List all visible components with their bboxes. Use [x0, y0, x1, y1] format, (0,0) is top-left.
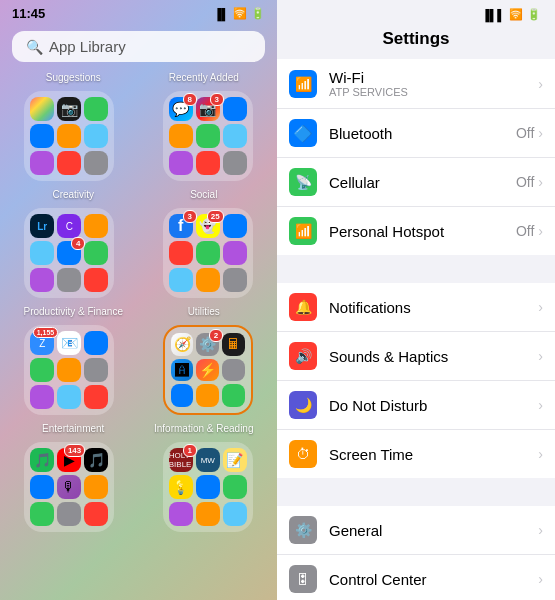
recent-app2[interactable]: [169, 124, 193, 148]
screentime-item[interactable]: ⏱ Screen Time ›: [277, 430, 555, 478]
messenger-icon[interactable]: 💬 8: [169, 97, 193, 121]
time-display: 11:45: [12, 6, 45, 21]
app2-icon[interactable]: [30, 124, 54, 148]
util-app1[interactable]: [222, 359, 245, 382]
general-label: General: [329, 522, 538, 539]
social-app3[interactable]: [196, 241, 220, 265]
info-reading-folder[interactable]: HOLY BIBLE 1 MW 📝 💡: [150, 442, 265, 532]
creative-app4[interactable]: [84, 241, 108, 265]
info-app3[interactable]: [169, 502, 193, 526]
camera-icon[interactable]: 📷: [57, 97, 81, 121]
ent-app3[interactable]: [30, 502, 54, 526]
wifi-item[interactable]: 📶 Wi-Fi ATP SERVICES ›: [277, 59, 555, 109]
utilities-grid: 🧭 ⚙️ 2 🖩 🅰 ⚡: [163, 325, 253, 415]
creative-app7[interactable]: [84, 268, 108, 292]
social-app2[interactable]: [169, 241, 193, 265]
instagram-icon[interactable]: 📷 3: [196, 97, 220, 121]
cellular-item[interactable]: 📡 Cellular Off ›: [277, 158, 555, 207]
creative-app3[interactable]: 4: [57, 241, 81, 265]
productivity-folder[interactable]: Z 1,155 📧: [12, 325, 127, 415]
youtube-icon[interactable]: ▶ 143: [57, 448, 81, 472]
battery-icon: 🔋: [251, 7, 265, 20]
recent-app5[interactable]: [169, 151, 193, 175]
creative-app2[interactable]: [30, 241, 54, 265]
prod-app4[interactable]: [84, 358, 108, 382]
settings-app-icon[interactable]: ⚙️ 2: [196, 333, 219, 356]
control-center-item[interactable]: 🎛 Control Center ›: [277, 555, 555, 600]
recent-app4[interactable]: [223, 124, 247, 148]
social-app5[interactable]: [169, 268, 193, 292]
social-app6[interactable]: [196, 268, 220, 292]
ent-app1[interactable]: [30, 475, 54, 499]
social-app4[interactable]: [223, 241, 247, 265]
recently-added-label: Recently Added: [146, 72, 261, 83]
canva-icon[interactable]: C: [57, 214, 81, 238]
app3-icon[interactable]: [57, 124, 81, 148]
app7-icon[interactable]: [84, 151, 108, 175]
creative-app6[interactable]: [57, 268, 81, 292]
spotify-icon[interactable]: 🎵: [30, 448, 54, 472]
info-app5[interactable]: [223, 502, 247, 526]
notifications-item[interactable]: 🔔 Notifications ›: [277, 283, 555, 332]
recent-app7[interactable]: [223, 151, 247, 175]
prod-app7[interactable]: [84, 385, 108, 409]
creative-app1[interactable]: [84, 214, 108, 238]
ent-app2[interactable]: [84, 475, 108, 499]
recent-app6[interactable]: [196, 151, 220, 175]
util-app3[interactable]: [196, 384, 219, 407]
general-item[interactable]: ⚙️ General ›: [277, 506, 555, 555]
lightroom-icon[interactable]: Lr: [30, 214, 54, 238]
info-app4[interactable]: [196, 502, 220, 526]
podcasts-icon[interactable]: 🎙: [57, 475, 81, 499]
shortcuts-icon[interactable]: ⚡: [196, 359, 219, 382]
social-folder[interactable]: f 3 👻 25: [150, 208, 265, 298]
creativity-folder[interactable]: Lr C 4: [12, 208, 127, 298]
sounds-item[interactable]: 🔊 Sounds & Haptics ›: [277, 332, 555, 381]
bible-icon[interactable]: HOLY BIBLE 1: [169, 448, 193, 472]
suggestions-folder[interactable]: 📷: [12, 91, 127, 181]
notes-icon[interactable]: 📝: [223, 448, 247, 472]
recent-app1[interactable]: [223, 97, 247, 121]
prod-app2[interactable]: [30, 358, 54, 382]
info-app1[interactable]: [196, 475, 220, 499]
snapchat-icon[interactable]: 👻 25: [196, 214, 220, 238]
app6-icon[interactable]: [57, 151, 81, 175]
creative-app5[interactable]: [30, 268, 54, 292]
entertainment-folder[interactable]: 🎵 ▶ 143 🎵 🎙: [12, 442, 127, 532]
utilities-folder[interactable]: 🧭 ⚙️ 2 🖩 🅰 ⚡: [150, 325, 265, 415]
social-app1[interactable]: [223, 214, 247, 238]
ent-app4[interactable]: [57, 502, 81, 526]
notifications-chevron: ›: [538, 299, 543, 315]
util-app2[interactable]: [171, 384, 194, 407]
merriam-icon[interactable]: MW: [196, 448, 220, 472]
creative-badge: 4: [71, 237, 85, 250]
app-library-search[interactable]: 🔍 App Library: [12, 31, 265, 62]
app1-icon[interactable]: [84, 97, 108, 121]
facebook-icon[interactable]: f 3: [169, 214, 193, 238]
util-app4[interactable]: [222, 384, 245, 407]
social-app7[interactable]: [223, 268, 247, 292]
network-section: 📶 Wi-Fi ATP SERVICES › 🔷 Bluetooth Off ›…: [277, 59, 555, 255]
hotspot-item[interactable]: 📶 Personal Hotspot Off ›: [277, 207, 555, 255]
dnd-item[interactable]: 🌙 Do Not Disturb ›: [277, 381, 555, 430]
recent-app3[interactable]: [196, 124, 220, 148]
prod-app5[interactable]: [30, 385, 54, 409]
tiktok-icon[interactable]: 🎵: [84, 448, 108, 472]
zoom-icon[interactable]: Z 1,155: [30, 331, 54, 355]
lamp-icon[interactable]: 💡: [169, 475, 193, 499]
bluetooth-item[interactable]: 🔷 Bluetooth Off ›: [277, 109, 555, 158]
prod-app3[interactable]: [57, 358, 81, 382]
photos-icon[interactable]: [30, 97, 54, 121]
app5-icon[interactable]: [30, 151, 54, 175]
prod-app1[interactable]: [84, 331, 108, 355]
ent-app5[interactable]: [84, 502, 108, 526]
left-status-bar: 11:45 ▐▌ 🛜 🔋: [0, 0, 277, 25]
gmail-icon[interactable]: 📧: [57, 331, 81, 355]
prod-app6[interactable]: [57, 385, 81, 409]
safari-icon[interactable]: 🧭: [171, 333, 194, 356]
calculator-icon[interactable]: 🖩: [222, 333, 245, 356]
recently-added-folder[interactable]: 💬 8 📷 3: [150, 91, 265, 181]
app4-icon[interactable]: [84, 124, 108, 148]
info-app2[interactable]: [223, 475, 247, 499]
appstore-icon[interactable]: 🅰: [171, 359, 194, 382]
